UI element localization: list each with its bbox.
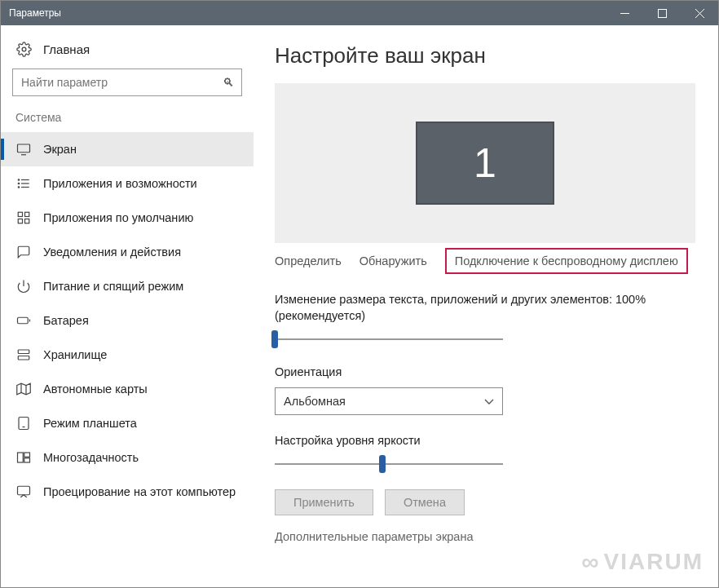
sidebar-item-label: Многозадачность	[43, 451, 139, 464]
brightness-label: Настройка уровня яркости	[275, 433, 695, 449]
svg-rect-1	[658, 9, 666, 17]
svg-rect-30	[18, 486, 30, 495]
sidebar-item-label: Режим планшета	[43, 417, 137, 430]
grid-icon	[15, 210, 32, 225]
slider-thumb[interactable]	[379, 455, 386, 473]
sidebar: Главная 🔍︎ Система ЭкранПриложения и воз…	[1, 25, 254, 587]
message-icon	[15, 245, 32, 259]
main-panel: Настройте ваш экран 1 Определить Обнаруж…	[254, 25, 718, 587]
window-close-button[interactable]	[681, 1, 718, 25]
svg-rect-18	[18, 317, 29, 324]
svg-point-12	[18, 187, 20, 188]
slider-thumb[interactable]	[271, 330, 278, 348]
sidebar-item-6[interactable]: Хранилище	[1, 338, 254, 372]
sidebar-home[interactable]: Главная	[1, 37, 254, 69]
multitask-icon	[15, 450, 32, 465]
tablet-icon	[15, 416, 32, 431]
list-icon	[15, 176, 32, 191]
svg-rect-27	[18, 453, 24, 462]
storage-icon	[15, 347, 32, 362]
sidebar-item-0[interactable]: Экран	[1, 132, 254, 166]
apply-button[interactable]: Применить	[275, 489, 373, 515]
svg-point-11	[18, 183, 20, 184]
svg-rect-5	[18, 144, 30, 153]
sidebar-item-1[interactable]: Приложения и возможности	[1, 166, 254, 201]
sidebar-item-label: Батарея	[43, 314, 89, 327]
connect-wireless-display-link[interactable]: Подключение к беспроводному дисплею	[445, 248, 688, 274]
sidebar-item-label: Питание и спящий режим	[43, 280, 183, 293]
page-title: Настройте ваш экран	[275, 43, 695, 69]
scale-slider[interactable]	[275, 330, 503, 348]
svg-rect-15	[18, 219, 22, 223]
watermark: ∞ VIARUM	[581, 548, 704, 576]
brightness-slider[interactable]	[275, 455, 503, 473]
monitor-icon	[15, 142, 32, 157]
map-icon	[15, 382, 32, 396]
svg-rect-13	[18, 212, 22, 216]
chevron-down-icon	[484, 395, 494, 408]
sidebar-group-label: Система	[1, 109, 254, 132]
power-icon	[15, 279, 32, 294]
sidebar-item-label: Уведомления и действия	[43, 245, 181, 259]
sidebar-item-3[interactable]: Уведомления и действия	[1, 235, 254, 269]
sidebar-item-10[interactable]: Проецирование на этот компьютер	[1, 475, 254, 509]
detect-link[interactable]: Определить	[275, 254, 342, 267]
display-preview[interactable]: 1	[275, 83, 695, 243]
titlebar: Параметры	[1, 1, 718, 25]
window-title: Параметры	[9, 7, 61, 19]
cancel-button[interactable]: Отмена	[385, 489, 465, 515]
svg-rect-14	[25, 212, 29, 216]
svg-rect-28	[24, 453, 30, 457]
search-input[interactable]	[12, 69, 242, 96]
sidebar-item-4[interactable]: Питание и спящий режим	[1, 269, 254, 303]
infinity-icon: ∞	[581, 548, 600, 576]
advanced-display-link[interactable]: Дополнительные параметры экрана	[275, 530, 695, 543]
sidebar-item-9[interactable]: Многозадачность	[1, 440, 254, 475]
sidebar-item-label: Экран	[43, 143, 77, 156]
gear-icon	[15, 42, 32, 57]
sidebar-item-label: Хранилище	[43, 348, 107, 361]
window-maximize-button[interactable]	[643, 1, 681, 25]
svg-rect-25	[19, 418, 29, 430]
sidebar-item-5[interactable]: Батарея	[1, 303, 254, 338]
search-icon: 🔍︎	[223, 76, 234, 89]
sidebar-item-label: Проецирование на этот компьютер	[43, 485, 236, 498]
svg-rect-29	[24, 458, 30, 462]
svg-rect-21	[18, 356, 29, 360]
sidebar-home-label: Главная	[43, 42, 90, 56]
svg-rect-16	[25, 219, 29, 223]
orientation-label: Ориентация	[275, 365, 695, 381]
sidebar-item-label: Приложения и возможности	[43, 177, 197, 190]
orientation-select[interactable]: Альбомная	[275, 387, 503, 415]
svg-point-4	[22, 47, 26, 51]
battery-icon	[15, 313, 32, 328]
svg-marker-22	[17, 383, 31, 395]
window-minimize-button[interactable]	[606, 1, 643, 25]
monitor-tile-1[interactable]: 1	[416, 122, 554, 205]
sidebar-item-7[interactable]: Автономные карты	[1, 372, 254, 406]
svg-point-10	[18, 179, 20, 181]
identify-link[interactable]: Обнаружить	[360, 254, 427, 267]
scale-label: Изменение размера текста, приложений и д…	[275, 292, 695, 324]
project-icon	[15, 484, 32, 499]
svg-rect-20	[18, 350, 29, 354]
sidebar-item-label: Автономные карты	[43, 382, 148, 396]
sidebar-item-label: Приложения по умолчанию	[43, 211, 193, 224]
sidebar-item-2[interactable]: Приложения по умолчанию	[1, 201, 254, 235]
sidebar-item-8[interactable]: Режим планшета	[1, 406, 254, 440]
